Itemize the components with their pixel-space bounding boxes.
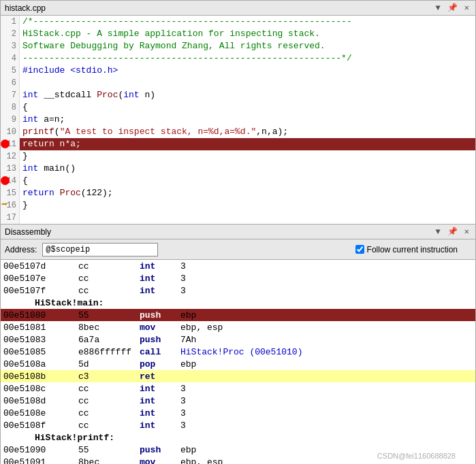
gutter-line-16: ➡16 bbox=[1, 199, 19, 212]
pin-icon[interactable]: 📌 bbox=[445, 3, 460, 13]
gutter-line-14: 14 bbox=[1, 175, 19, 187]
disasm-toolbar: Address: Follow current instruction bbox=[1, 239, 475, 260]
gutter-line-6: 6 bbox=[1, 77, 19, 89]
disasm-mnem: int bbox=[137, 407, 178, 419]
source-line-5: #include <stdio.h> bbox=[20, 65, 475, 77]
disasm-row-9[interactable]: 00e5108bc3ret bbox=[1, 370, 475, 382]
disasm-operand: 7Ah bbox=[178, 333, 475, 346]
disasm-row-1[interactable]: 00e5107eccint3 bbox=[1, 272, 475, 284]
disasm-row-2[interactable]: 00e5107fccint3 bbox=[1, 284, 475, 297]
disasm-bytes: 55 bbox=[76, 309, 137, 321]
watermark: CSDN@fei1160688828 bbox=[377, 452, 456, 460]
disasm-addr: 00e5108c bbox=[1, 382, 76, 395]
disasm-row-7[interactable]: 00e51085e886ffffffcallHiStack!Proc (00e5… bbox=[1, 346, 475, 358]
disasm-row-3[interactable]: HiStack!main: bbox=[1, 297, 475, 309]
disasm-addr: 00e5108d bbox=[1, 395, 76, 407]
line-gutter: 123456789101112131415➡1617 bbox=[1, 16, 20, 224]
gutter-line-1: 1 bbox=[1, 16, 19, 28]
disasm-title: Disassembly bbox=[5, 227, 51, 237]
source-line-7: int __stdcall Proc(int n) bbox=[20, 89, 475, 101]
breakpoint-marker bbox=[1, 139, 10, 148]
disasm-bytes: cc bbox=[76, 419, 137, 431]
disasm-content[interactable]: 00e5107dccint300e5107eccint300e5107fccin… bbox=[1, 260, 475, 464]
source-line-6 bbox=[20, 77, 475, 89]
disasm-operand: ebp, esp bbox=[178, 321, 475, 333]
disasm-operand: 3 bbox=[178, 395, 475, 407]
disasm-pin-icon[interactable]: 📌 bbox=[445, 227, 460, 237]
disasm-row-10[interactable]: 00e5108cccint3 bbox=[1, 382, 475, 395]
disasm-addr: 00e5107d bbox=[1, 260, 76, 272]
disasm-row-6[interactable]: 00e510836a7apush7Ah bbox=[1, 333, 475, 346]
gutter-line-5: 5 bbox=[1, 65, 19, 77]
disasm-addr: 00e51090 bbox=[1, 444, 76, 456]
address-input[interactable] bbox=[42, 243, 158, 256]
disasm-addr: 00e5108a bbox=[1, 358, 76, 370]
gutter-line-3: 3 bbox=[1, 40, 19, 52]
disasm-mnem: call bbox=[137, 346, 178, 358]
source-line-12: } bbox=[20, 150, 475, 163]
disasm-bytes: cc bbox=[76, 395, 137, 407]
disasm-operand: 3 bbox=[178, 272, 475, 284]
disasm-bytes: 8bec bbox=[76, 456, 137, 464]
disasm-mnem: int bbox=[137, 395, 178, 407]
gutter-line-10: 10 bbox=[1, 126, 19, 138]
gutter-line-7: 7 bbox=[1, 89, 19, 101]
disasm-row-0[interactable]: 00e5107dccint3 bbox=[1, 260, 475, 272]
source-line-1: /*--------------------------------------… bbox=[20, 16, 475, 28]
disasm-titlebar: Disassembly ▼ 📌 ✕ bbox=[1, 225, 475, 239]
gutter-line-12: 12 bbox=[1, 150, 19, 163]
disasm-addr: 00e51083 bbox=[1, 333, 76, 346]
disasm-mnem: push bbox=[137, 333, 178, 346]
source-line-9: int a=n; bbox=[20, 114, 475, 126]
source-lines: /*--------------------------------------… bbox=[20, 16, 475, 224]
disasm-row-13[interactable]: 00e5108fccint3 bbox=[1, 419, 475, 431]
disasm-addr: 00e5108f bbox=[1, 419, 76, 431]
address-label: Address: bbox=[5, 245, 37, 254]
disasm-bytes: 8bec bbox=[76, 321, 137, 333]
disasm-addr: 00e5107f bbox=[1, 284, 76, 297]
source-line-13: int main() bbox=[20, 163, 475, 175]
disasm-row-12[interactable]: 00e5108eccint3 bbox=[1, 407, 475, 419]
disasm-row-5[interactable]: 00e510818becmovebp, esp bbox=[1, 321, 475, 333]
disasm-mnem: mov bbox=[137, 456, 178, 464]
source-line-17 bbox=[20, 212, 475, 224]
disasm-mnem: int bbox=[137, 272, 178, 284]
source-line-16: } bbox=[20, 199, 475, 212]
disasm-operand: HiStack!Proc (00e51010) bbox=[178, 346, 475, 358]
disasm-dropdown-icon[interactable]: ▼ bbox=[434, 227, 443, 237]
disasm-mnem: push bbox=[137, 309, 178, 321]
source-line-14: { bbox=[20, 175, 475, 187]
close-icon[interactable]: ✕ bbox=[462, 3, 471, 13]
disasm-mnem: ret bbox=[137, 370, 178, 382]
disasm-operand bbox=[178, 370, 475, 382]
follow-label: Follow current instruction bbox=[367, 245, 458, 254]
dropdown-icon[interactable]: ▼ bbox=[434, 3, 443, 13]
gutter-line-13: 13 bbox=[1, 163, 19, 175]
disasm-operand: 3 bbox=[178, 382, 475, 395]
disasm-row-11[interactable]: 00e5108dccint3 bbox=[1, 395, 475, 407]
disasm-operand: ebp bbox=[178, 358, 475, 370]
disasm-mnem: mov bbox=[137, 321, 178, 333]
disasm-panel: Disassembly ▼ 📌 ✕ Address: Follow curren… bbox=[0, 225, 476, 464]
arrow-marker: ➡ bbox=[1, 199, 7, 212]
disasm-addr: 00e51080 bbox=[1, 309, 76, 321]
disasm-mnem: int bbox=[137, 382, 178, 395]
disasm-bytes: cc bbox=[76, 407, 137, 419]
follow-checkbox[interactable] bbox=[355, 245, 364, 254]
disasm-bytes: cc bbox=[76, 260, 137, 272]
source-line-10: printf("A test to inspect stack, n=%d,a=… bbox=[20, 126, 475, 138]
gutter-line-15: 15 bbox=[1, 187, 19, 199]
disasm-row-8[interactable]: 00e5108a5dpopebp bbox=[1, 358, 475, 370]
disasm-row-4[interactable]: 00e5108055pushebp bbox=[1, 309, 475, 321]
disasm-mnem: pop bbox=[137, 358, 178, 370]
disasm-operand: ebp bbox=[178, 309, 475, 321]
disasm-bytes: 6a7a bbox=[76, 333, 137, 346]
disasm-row-14[interactable]: HiStack!printf: bbox=[1, 431, 475, 444]
disasm-close-icon[interactable]: ✕ bbox=[462, 227, 471, 237]
disasm-operand: 3 bbox=[178, 419, 475, 431]
disasm-addr: 00e51085 bbox=[1, 346, 76, 358]
code-panel: histack.cpp ▼ 📌 ✕ 123456789101112131415➡… bbox=[0, 0, 476, 225]
source-line-8: { bbox=[20, 101, 475, 114]
disasm-bytes: 55 bbox=[76, 444, 137, 456]
code-title: histack.cpp bbox=[5, 3, 46, 13]
